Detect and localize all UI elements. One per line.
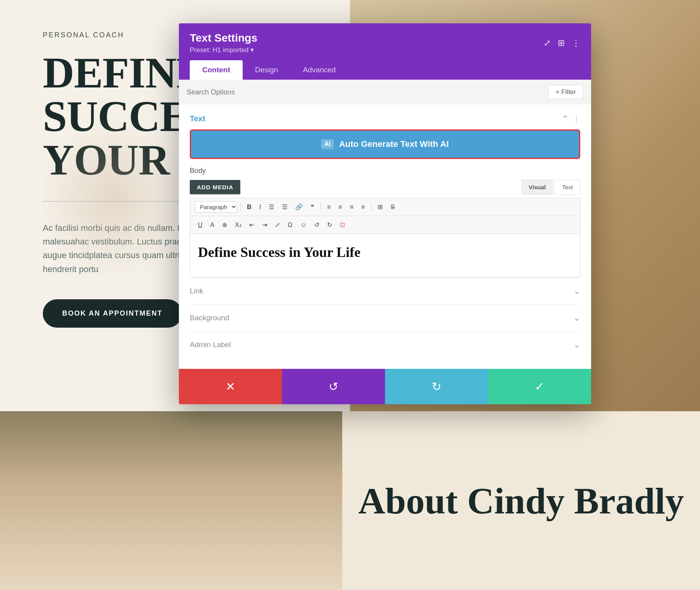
ai-generate-button[interactable]: AI Auto Generate Text With AI — [191, 131, 579, 158]
panel-title-group: Text Settings Preset: H1 imported ▾ — [190, 32, 257, 54]
visual-view-button[interactable]: Visual — [522, 180, 553, 195]
bottom-section: About Cindy Bradly — [0, 411, 700, 590]
indent-left-button[interactable]: ⇤ — [246, 219, 257, 230]
editor-toolbar: ADD MEDIA Visual Text — [190, 180, 580, 195]
settings-panel: Text Settings Preset: H1 imported ▾ ⤢ ⊞ … — [179, 23, 591, 404]
tab-design[interactable]: Design — [243, 60, 290, 80]
text-view-button[interactable]: Text — [555, 180, 580, 195]
tab-content[interactable]: Content — [190, 60, 243, 80]
redo-editor-button[interactable]: ↻ — [324, 219, 335, 230]
action-bar: ✕ ↺ ↻ ✓ — [179, 369, 591, 404]
ai-icon: AI — [321, 139, 334, 149]
section-icons: ⌃ ⋮ — [562, 114, 580, 123]
fullscreen-editor-button[interactable]: ⤢ — [272, 219, 283, 230]
admin-label-text: Admin Label — [190, 340, 231, 349]
ai-btn-label: Auto Generate Text With AI — [339, 139, 449, 149]
cancel-button[interactable]: ✕ — [179, 369, 282, 404]
background-label: Background — [190, 314, 229, 322]
emoji-button[interactable]: ☺ — [297, 220, 310, 230]
filter-button[interactable]: + Filter — [548, 85, 583, 99]
section-more-icon[interactable]: ⋮ — [572, 114, 580, 123]
panel-title: Text Settings — [190, 32, 257, 44]
search-bar: + Filter — [179, 80, 591, 105]
background-collapsible[interactable]: Background ⌄ — [190, 304, 580, 331]
collapse-icon[interactable]: ⌃ — [562, 114, 569, 123]
bold-button[interactable]: B — [244, 202, 255, 213]
ul-button[interactable]: ☰ — [266, 201, 277, 213]
table-button[interactable]: ⊞ — [374, 201, 386, 213]
link-label: Link — [190, 287, 203, 295]
undo-editor-button[interactable]: ↺ — [311, 219, 322, 230]
panel-preset[interactable]: Preset: H1 imported ▾ — [190, 46, 257, 54]
link-collapsible[interactable]: Link ⌄ — [190, 278, 580, 304]
omega-button[interactable]: Ω — [285, 220, 296, 230]
more-icon[interactable]: ⋮ — [572, 38, 580, 48]
admin-chevron-icon: ⌄ — [574, 340, 580, 349]
ai-button-wrapper: AI Auto Generate Text With AI — [190, 129, 580, 159]
search-input[interactable] — [187, 88, 504, 96]
cancel-icon: ✕ — [226, 380, 235, 393]
link-button[interactable]: 🔗 — [292, 201, 306, 213]
underline-button[interactable]: U — [195, 220, 206, 230]
format-toolbar: Paragraph H1 H2 H3 B I ☰ ☰ 🔗 ❝ ≡ ≡ ≡ ≡ ⊞… — [190, 198, 580, 216]
format-toolbar-row2: U A ⊕ X₂ ⇤ ⇥ ⤢ Ω ☺ ↺ ↻ ⊡ — [190, 216, 580, 234]
color-button[interactable]: A — [207, 220, 218, 230]
hand-decoration — [39, 117, 187, 280]
fmt-sep-1 — [240, 203, 241, 211]
undo-icon: ↺ — [329, 380, 338, 393]
paragraph-select[interactable]: Paragraph H1 H2 H3 — [195, 201, 237, 213]
quote-button[interactable]: ❝ — [308, 201, 317, 213]
tab-advanced[interactable]: Advanced — [290, 60, 348, 80]
save-icon: ✓ — [535, 380, 544, 393]
admin-label-collapsible[interactable]: Admin Label ⌄ — [190, 331, 580, 358]
about-title: About Cindy Bradly — [358, 479, 684, 522]
align-left-button[interactable]: ≡ — [324, 202, 334, 213]
save-button[interactable]: ✓ — [488, 369, 591, 404]
bottom-right-content: About Cindy Bradly — [342, 411, 700, 590]
text-section-label: Text — [190, 114, 205, 123]
tab-bar: Content Design Advanced — [190, 60, 580, 80]
link-chevron-icon: ⌄ — [574, 286, 580, 296]
panel-header-icons: ⤢ ⊞ ⋮ — [544, 38, 580, 48]
bottom-left-photo — [0, 411, 342, 590]
fmt-sep-3 — [371, 203, 371, 211]
fullscreen-icon[interactable]: ⤢ — [544, 38, 551, 48]
align-justify-button[interactable]: ≡ — [358, 202, 368, 213]
panel-header: Text Settings Preset: H1 imported ▾ ⤢ ⊞ … — [179, 23, 591, 80]
add-media-button[interactable]: ADD MEDIA — [190, 180, 240, 194]
undo-button[interactable]: ↺ — [282, 369, 385, 404]
italic-button[interactable]: I — [256, 202, 264, 213]
strike-button[interactable]: S — [387, 202, 398, 213]
grid-icon[interactable]: ⊞ — [558, 38, 565, 48]
toolbar-right: Visual Text — [522, 180, 580, 195]
ol-button[interactable]: ☰ — [279, 201, 290, 213]
fmt-sep-2 — [320, 203, 321, 211]
panel-body: Text ⌃ ⋮ AI Auto Generate Text With AI B… — [179, 105, 591, 369]
background-chevron-icon: ⌄ — [574, 313, 580, 323]
text-section-header: Text ⌃ ⋮ — [190, 114, 580, 123]
toolbar-left: ADD MEDIA — [190, 180, 240, 194]
copy-button[interactable]: ⊕ — [219, 219, 230, 230]
redo-icon: ↻ — [432, 380, 441, 393]
subscript-button[interactable]: X₂ — [232, 219, 245, 230]
book-appointment-button[interactable]: BOOK AN APPOINTMENT — [43, 299, 182, 328]
help-section: ? Help — [190, 358, 580, 369]
body-label: Body — [190, 167, 580, 175]
editor-heading: Define Success in Your Life — [198, 243, 572, 262]
indent-right-button[interactable]: ⇥ — [259, 219, 270, 230]
align-right-button[interactable]: ≡ — [347, 202, 357, 213]
editor-content-area[interactable]: Define Success in Your Life — [190, 234, 580, 278]
align-center-button[interactable]: ≡ — [335, 202, 345, 213]
media-icon-button[interactable]: ⊡ — [337, 219, 348, 230]
redo-button[interactable]: ↻ — [385, 369, 488, 404]
